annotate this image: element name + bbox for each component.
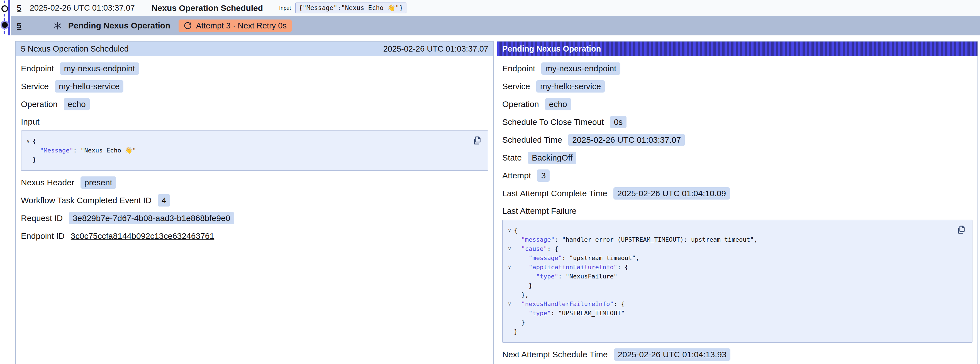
collapse-chevron-icon [505,272,514,281]
field-label: Endpoint ID [21,231,65,241]
pending-panel-header: Pending Nexus Operation [497,42,977,56]
field-label: Endpoint [502,64,535,73]
field-value-chip: my-nexus-endpoint [541,62,620,75]
pending-panel-title: Pending Nexus Operation [502,44,601,54]
copy-icon [472,136,482,145]
field-label: Service [502,81,530,91]
field-label: Operation [21,99,58,109]
field-nexus-header: Nexus Header present [21,176,488,189]
field-value-chip: my-nexus-endpoint [60,62,139,75]
field-endpoint: Endpoint my-nexus-endpoint [502,62,972,75]
input-json-viewer: ∨{ "Message": "Nexus Echo 👋" } [21,131,488,171]
field-value-chip: echo [64,98,90,110]
collapse-chevron-icon [505,318,514,327]
event-row-scheduled[interactable]: 5 2025-02-26 UTC 01:03:37.07 Nexus Opera… [11,0,980,16]
field-operation: Operation echo [21,98,488,110]
field-label: Operation [502,99,539,109]
field-last-attempt-complete-time: Last Attempt Complete Time 2025-02-26 UT… [502,187,972,200]
pending-asterisk-icon [52,21,63,31]
event-input-chip[interactable]: {"Message":"Nexus Echo 👋"} [295,3,406,13]
attempt-retry-text: Attempt 3 · Next Retry 0s [196,21,286,30]
failure-section-label: Last Attempt Failure [502,206,972,216]
timeline-active-bar [8,0,10,35]
field-scheduled-time: Scheduled Time 2025-02-26 UTC 01:03:37.0… [502,134,972,146]
pending-operation-row[interactable]: 5 Pending Nexus Operation Attempt 3 · Ne… [11,16,980,35]
detail-panels: 5 Nexus Operation Scheduled 2025-02-26 U… [15,41,978,364]
pending-operation-panel: Pending Nexus Operation Endpoint my-nexu… [497,41,978,364]
field-endpoint-id: Endpoint ID 3c0c75ccfa8144b092c13ce63246… [21,230,488,242]
event-open-marker-icon [2,5,8,12]
field-value-chip: BackingOff [528,152,576,164]
collapse-chevron-icon [505,290,514,299]
field-value-chip: present [81,176,116,189]
collapse-chevron-icon [24,155,33,164]
field-value-chip: 2025-02-26 UTC 01:03:37.07 [568,134,685,146]
field-service: Service my-hello-service [502,80,972,93]
field-label: Endpoint [21,64,54,73]
field-label: Workflow Task Completed Event ID [21,196,151,205]
field-label: Last Attempt Complete Time [502,189,607,198]
collapse-chevron-icon [505,308,514,318]
collapse-chevron-icon[interactable]: ∨ [505,263,514,272]
field-value-chip: 2025-02-26 UTC 01:04:13.93 [614,348,730,361]
collapse-chevron-icon [505,253,514,263]
scheduled-panel-header: 5 Nexus Operation Scheduled 2025-02-26 U… [16,42,493,56]
event-timestamp: 2025-02-26 UTC 01:03:37.07 [30,3,135,13]
copy-button[interactable] [472,136,482,145]
retry-icon [184,21,192,30]
collapse-chevron-icon[interactable]: ∨ [505,244,514,253]
field-state: State BackingOff [502,152,972,164]
field-label: Next Attempt Schedule Time [502,350,608,359]
collapse-chevron-icon [505,327,514,336]
copy-button[interactable] [956,225,966,235]
field-value-chip: 3e829b7e-7d67-4b08-aad3-b1e868bfe9e0 [69,212,234,224]
collapse-chevron-icon[interactable]: ∨ [24,137,33,146]
scheduled-event-panel: 5 Nexus Operation Scheduled 2025-02-26 U… [15,41,494,364]
field-value-chip: 3 [537,169,550,182]
attempt-retry-badge: Attempt 3 · Next Retry 0s [178,19,292,32]
event-title: Nexus Operation Scheduled [151,3,263,13]
pending-title: Pending Nexus Operation [68,21,170,30]
endpoint-id-link[interactable]: 3c0c75ccfa8144b092c13ce632463761 [71,231,214,241]
field-value-chip: 2025-02-26 UTC 01:04:10.09 [613,187,730,200]
field-next-attempt-schedule-time: Next Attempt Schedule Time 2025-02-26 UT… [502,348,972,361]
collapse-chevron-icon [505,281,514,290]
event-pending-marker-icon [2,22,8,28]
field-label: Attempt [502,171,531,180]
collapse-chevron-icon[interactable]: ∨ [505,299,514,308]
pending-id-link[interactable]: 5 [17,21,21,30]
field-operation: Operation echo [502,98,972,110]
field-endpoint: Endpoint my-nexus-endpoint [21,62,488,75]
collapse-chevron-icon [24,146,33,155]
field-label: Scheduled Time [502,135,562,145]
field-attempt: Attempt 3 [502,169,972,182]
collapse-chevron-icon[interactable]: ∨ [505,226,514,235]
failure-json-viewer: ∨{ "message": "handler error (UPSTREAM_T… [502,220,972,343]
field-workflow-task-completed-event-id: Workflow Task Completed Event ID 4 [21,194,488,206]
field-value-chip: echo [545,98,571,110]
field-label: Request ID [21,214,63,223]
event-input-label: Input [279,5,291,11]
copy-icon [956,225,966,235]
field-schedule-to-close-timeout: Schedule To Close Timeout 0s [502,116,972,128]
scheduled-panel-title: 5 Nexus Operation Scheduled [21,44,129,54]
input-section-label: Input [21,117,488,126]
field-label: Schedule To Close Timeout [502,117,604,127]
field-label: State [502,153,522,163]
event-id-link[interactable]: 5 [17,3,21,13]
field-label: Service [21,81,49,91]
field-request-id: Request ID 3e829b7e-7d67-4b08-aad3-b1e86… [21,212,488,224]
collapse-chevron-icon [505,235,514,244]
field-value-chip: my-hello-service [536,80,605,93]
field-value-chip: 0s [610,116,627,128]
field-value-chip: 4 [158,194,170,206]
scheduled-panel-timestamp: 2025-02-26 UTC 01:03:37.07 [383,44,488,54]
field-service: Service my-hello-service [21,80,488,93]
field-label: Nexus Header [21,178,75,187]
field-value-chip: my-hello-service [55,80,123,93]
